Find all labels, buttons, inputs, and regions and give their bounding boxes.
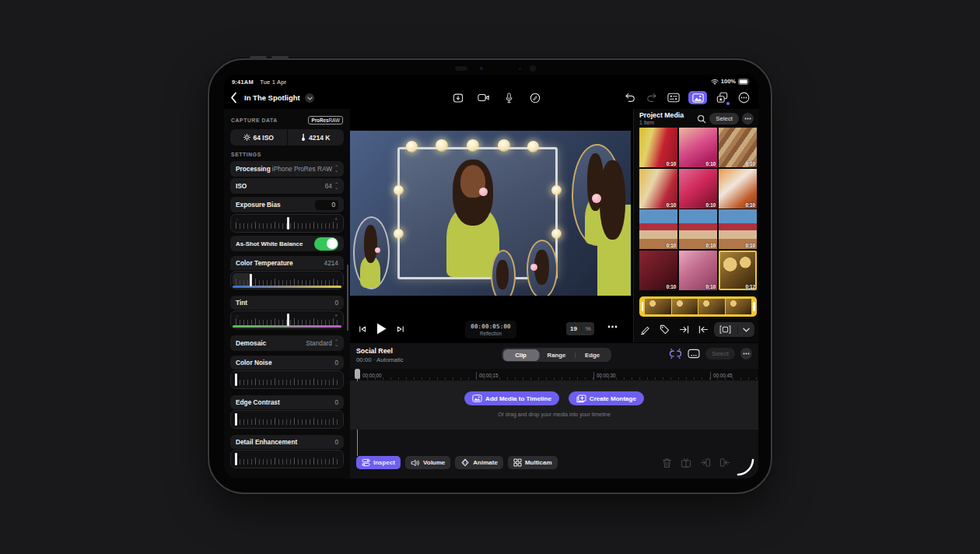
- timeline-more-button[interactable]: [740, 348, 752, 359]
- color-temperature-slider[interactable]: [230, 271, 344, 289]
- trim-handle-right[interactable]: [753, 302, 755, 311]
- clip-appearance-icon[interactable]: [688, 349, 700, 359]
- hand-mirror: [527, 240, 558, 296]
- slider-handle[interactable]: [235, 453, 237, 465]
- timeline-lane[interactable]: Add Media to Timeline Create Montage Or …: [350, 381, 758, 430]
- notification-dot: [726, 102, 730, 105]
- media-thumbnail[interactable]: 0:10: [679, 128, 717, 167]
- camera-icon[interactable]: [477, 91, 490, 104]
- video-frame[interactable]: [350, 131, 631, 296]
- media-thumbnail[interactable]: 0:10: [639, 169, 677, 209]
- inspect-tab[interactable]: Inspect: [356, 456, 401, 469]
- selected-clip-filmstrip[interactable]: [639, 296, 757, 317]
- range-end-icon[interactable]: [698, 324, 709, 335]
- media-thumbnail[interactable]: 0:10: [639, 128, 677, 167]
- transport-bar: 00:00:05:00 Reflection 19 %: [350, 317, 632, 342]
- import-icon[interactable]: [451, 91, 464, 104]
- sun-icon: [243, 134, 250, 141]
- ruler-label: 00:00:00: [359, 372, 382, 380]
- video-viewer: 00:00:05:00 Reflection 19 %: [350, 109, 632, 342]
- timecode-display[interactable]: 00:00:05:00 Reflection: [465, 321, 516, 338]
- sensor-dot: [519, 68, 521, 70]
- settings-label: SETTINGS: [231, 152, 343, 157]
- slider-handle[interactable]: [250, 274, 252, 286]
- media-thumbnail-selected[interactable]: 0:12: [719, 251, 757, 290]
- iso-row[interactable]: ISO 64⌃⌄: [230, 178, 344, 194]
- edge-contrast-slider[interactable]: [230, 410, 344, 429]
- wifi-icon: [711, 79, 719, 85]
- timeline-ruler[interactable]: 00:00:00 00:00:15 00:00:30 00:00:45: [350, 369, 758, 381]
- camera-lens: [530, 65, 536, 72]
- media-more-button[interactable]: [742, 113, 754, 124]
- montage-icon: [576, 394, 586, 403]
- title-menu-button[interactable]: [305, 93, 314, 103]
- step-backward-icon[interactable]: [358, 324, 367, 334]
- detail-enhancement-row: Detail Enhancement 0: [230, 435, 344, 449]
- add-media-to-timeline-button[interactable]: Add Media to Timeline: [464, 391, 559, 405]
- slider-handle[interactable]: [287, 314, 289, 326]
- media-thumbnail[interactable]: 0:10: [639, 251, 677, 290]
- animate-tab[interactable]: Animate: [455, 456, 503, 469]
- zoom-level-control[interactable]: 19 %: [566, 322, 594, 335]
- chevron-down-icon[interactable]: [738, 328, 754, 332]
- animate-icon: [460, 458, 470, 467]
- segment-range[interactable]: Range: [539, 349, 575, 361]
- battery-percent: 100%: [721, 78, 736, 85]
- overwrite-icon[interactable]: [719, 458, 730, 468]
- exposure-value[interactable]: 0: [315, 200, 338, 210]
- timeline-select-button[interactable]: Select: [705, 348, 735, 359]
- slider-handle[interactable]: [287, 217, 289, 230]
- media-browser-icon[interactable]: [688, 91, 707, 104]
- viewer-more-icon[interactable]: [607, 325, 618, 328]
- inspector-panel-icon[interactable]: [667, 91, 680, 104]
- tag-icon[interactable]: [659, 324, 670, 335]
- insert-clip-icon[interactable]: [714, 325, 738, 334]
- tint-slider[interactable]: - +: [230, 310, 344, 329]
- front-camera: [455, 66, 467, 71]
- white-balance-toggle[interactable]: [314, 237, 338, 251]
- media-thumbnail[interactable]: 0:10: [679, 209, 717, 249]
- trim-handle-left[interactable]: [642, 302, 644, 311]
- hand-mirror: [491, 250, 516, 296]
- multicam-tab[interactable]: Multicam: [508, 456, 558, 469]
- create-montage-button[interactable]: Create Montage: [569, 391, 644, 405]
- insert-left-icon[interactable]: [700, 458, 711, 468]
- media-select-button[interactable]: Select: [709, 113, 739, 124]
- split-clip-icon[interactable]: [681, 458, 691, 468]
- more-menu-icon[interactable]: [737, 91, 751, 104]
- slider-handle[interactable]: [235, 413, 237, 426]
- connect-clips-icon[interactable]: [669, 348, 682, 359]
- demosaic-row[interactable]: Demosaic Standard⌃⌄: [230, 335, 344, 351]
- draw-icon[interactable]: [639, 324, 651, 335]
- processing-row[interactable]: Processing iPhone ProRes RAW⌃⌄: [230, 161, 344, 177]
- segment-edge[interactable]: Edge: [575, 349, 611, 361]
- pencil-tools-icon[interactable]: [528, 91, 541, 104]
- delete-clip-icon[interactable]: [662, 458, 672, 468]
- media-thumbnail[interactable]: 0:10: [679, 251, 717, 290]
- microphone-icon[interactable]: [502, 91, 516, 104]
- redo-icon[interactable]: [645, 91, 658, 104]
- play-button[interactable]: [376, 322, 387, 335]
- add-to-timeline-group: [714, 322, 754, 337]
- media-thumbnail[interactable]: 0:10: [719, 169, 757, 209]
- volume-tab[interactable]: Volume: [405, 456, 450, 469]
- step-forward-icon[interactable]: [396, 324, 405, 334]
- media-thumbnail[interactable]: 0:10: [639, 209, 677, 249]
- color-noise-slider[interactable]: [230, 370, 344, 389]
- clips-browser-icon[interactable]: [716, 91, 729, 104]
- back-button[interactable]: [230, 92, 241, 104]
- sidebar-scrollbar[interactable]: [347, 265, 349, 331]
- media-thumbnail[interactable]: 0:10: [719, 128, 757, 167]
- search-icon[interactable]: [697, 114, 706, 124]
- media-thumbnail[interactable]: 0:10: [719, 209, 757, 249]
- exposure-slider[interactable]: - +: [230, 214, 344, 233]
- playhead[interactable]: [355, 369, 360, 379]
- detail-enhancement-slider[interactable]: [230, 450, 344, 468]
- exposure-bias-row: Exposure Bias 0: [230, 197, 344, 212]
- edge-contrast-row: Edge Contrast 0: [230, 395, 344, 409]
- slider-handle[interactable]: [235, 373, 237, 386]
- range-start-icon[interactable]: [678, 324, 690, 335]
- media-thumbnail[interactable]: 0:10: [679, 169, 717, 209]
- segment-clip[interactable]: Clip: [503, 349, 539, 361]
- undo-icon[interactable]: [623, 91, 636, 104]
